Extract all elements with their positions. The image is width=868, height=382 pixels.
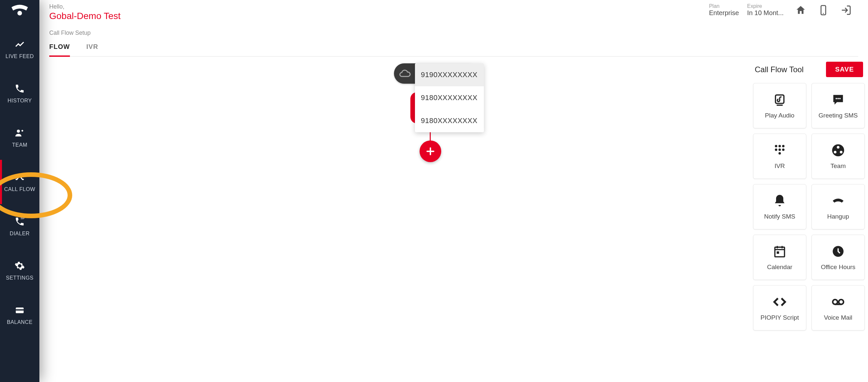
tool-piopiy-script[interactable]: PIOPIY Script — [753, 285, 806, 330]
header-right: Plan Enterprise Expire In 10 Mont... — [709, 3, 858, 17]
plan-label: Plan — [709, 3, 739, 9]
tool-label: Greeting SMS — [818, 112, 858, 119]
tool-team[interactable]: Team — [811, 134, 865, 179]
tab-ivr[interactable]: IVR — [86, 43, 98, 56]
main-content: Hello, Gobal-Demo Test Plan Enterprise E… — [39, 0, 868, 382]
svg-rect-4 — [16, 309, 24, 311]
svg-point-8 — [836, 98, 837, 99]
tool-hangup[interactable]: Hangup — [811, 184, 865, 229]
expire-value: In 10 Mont... — [747, 9, 784, 17]
toolbar-title: Call Flow Tool — [755, 65, 804, 74]
livefeed-icon — [14, 39, 25, 50]
tool-voice-mail[interactable]: Voice Mail — [811, 285, 865, 330]
team-icon — [831, 143, 845, 158]
sidebar-label-dialer: DIALER — [10, 231, 30, 236]
clock-icon — [831, 244, 845, 259]
sidebar-item-settings[interactable]: SETTINGS — [0, 248, 39, 293]
header-greeting: Hello, Gobal-Demo Test — [49, 3, 121, 21]
sidebar-label-settings: SETTINGS — [6, 275, 33, 281]
tool-greeting-sms[interactable]: Greeting SMS — [811, 83, 865, 128]
card-icon — [14, 305, 25, 315]
gear-icon — [14, 261, 25, 271]
calendar-icon — [772, 244, 787, 259]
cloud-icon — [399, 68, 411, 79]
tool-label: Notify SMS — [764, 213, 795, 220]
svg-point-13 — [782, 145, 784, 147]
svg-rect-22 — [775, 247, 784, 257]
svg-point-17 — [778, 152, 781, 154]
tab-bar: FLOW IVR — [49, 43, 858, 57]
sidebar-item-balance[interactable]: BALANCE — [0, 293, 39, 337]
svg-point-14 — [775, 148, 777, 151]
svg-point-6 — [823, 13, 824, 14]
sidebar-item-team[interactable]: TEAM — [0, 116, 39, 160]
tool-calendar[interactable]: Calendar — [753, 235, 806, 280]
tool-ivr[interactable]: IVR — [753, 134, 806, 179]
bell-icon — [772, 194, 787, 208]
tool-label: IVR — [774, 162, 785, 170]
hello-text: Hello, — [49, 3, 121, 10]
tab-flow[interactable]: FLOW — [49, 43, 70, 57]
svg-point-19 — [837, 146, 839, 148]
flow-canvas[interactable]: 9190XXXXXXXX 9180XXXXXXXX 9180XXXXXXXX C… — [39, 57, 868, 382]
sidebar-label-callflow: CALL FLOW — [4, 186, 35, 192]
plan-value: Enterprise — [709, 9, 739, 17]
subheader: Call Flow Setup FLOW IVR — [39, 21, 868, 57]
svg-point-20 — [834, 151, 836, 153]
dropdown-option-2[interactable]: 9180XXXXXXXX — [415, 109, 484, 132]
expire-col: Expire In 10 Mont... — [747, 3, 784, 17]
breadcrumb: Call Flow Setup — [49, 30, 858, 36]
sidebar-item-dialer[interactable]: SIP DIALER — [0, 204, 39, 248]
hangup-icon — [831, 194, 845, 208]
svg-point-16 — [782, 148, 784, 151]
dialpad-icon — [772, 143, 787, 158]
tool-label: Hangup — [827, 213, 849, 220]
tool-label: Voice Mail — [824, 314, 852, 321]
dialer-icon: SIP — [14, 216, 25, 227]
team-add-icon — [14, 128, 25, 138]
mobile-icon[interactable] — [818, 5, 829, 16]
sidebar-label-livefeed: LIVE FEED — [6, 54, 34, 59]
svg-point-12 — [778, 145, 781, 147]
sidebar-item-callflow[interactable]: CALL FLOW — [0, 160, 39, 204]
sidebar-item-history[interactable]: HISTORY — [0, 71, 39, 116]
save-button[interactable]: SAVE — [826, 62, 863, 77]
svg-point-15 — [778, 148, 781, 151]
add-node-button[interactable] — [420, 140, 441, 162]
plan-block: Plan Enterprise Expire In 10 Mont... — [709, 3, 784, 17]
svg-point-10 — [839, 98, 840, 99]
tool-play-audio[interactable]: Play Audio — [753, 83, 806, 128]
dropdown-option-1[interactable]: 9180XXXXXXXX — [415, 86, 484, 109]
svg-rect-23 — [777, 251, 779, 254]
sidebar-item-livefeed[interactable]: LIVE FEED — [0, 27, 39, 71]
tool-label: PIOPIY Script — [761, 314, 799, 321]
tool-label: Calendar — [767, 263, 792, 271]
home-icon[interactable] — [795, 5, 806, 16]
dropdown-option-0[interactable]: 9190XXXXXXXX — [415, 63, 484, 86]
tool-office-hours[interactable]: Office Hours — [811, 235, 865, 280]
expire-label: Expire — [747, 3, 784, 9]
code-icon — [772, 295, 787, 309]
number-dropdown: 9190XXXXXXXX 9180XXXXXXXX 9180XXXXXXXX — [415, 63, 484, 132]
sidebar-label-balance: BALANCE — [7, 319, 32, 325]
svg-point-11 — [775, 145, 777, 147]
svg-text:SIP: SIP — [21, 217, 25, 220]
logout-icon[interactable] — [840, 5, 851, 16]
svg-point-1 — [17, 130, 20, 133]
music-note-icon — [772, 93, 787, 107]
callflow-icon — [14, 172, 25, 183]
sidebar: LIVE FEED HISTORY TEAM CALL FLOW SIP DIA… — [0, 0, 39, 382]
svg-point-0 — [18, 11, 22, 15]
tool-label: Team — [831, 162, 846, 170]
app-root: LIVE FEED HISTORY TEAM CALL FLOW SIP DIA… — [0, 0, 868, 382]
voicemail-icon — [831, 295, 845, 309]
toolbar-header: Call Flow Tool SAVE — [753, 62, 865, 77]
chat-icon — [831, 93, 845, 107]
tool-notify-sms[interactable]: Notify SMS — [753, 184, 806, 229]
phone-icon — [14, 83, 25, 94]
brand-logo[interactable] — [10, 4, 30, 17]
company-name: Gobal-Demo Test — [49, 11, 121, 21]
plan-col: Plan Enterprise — [709, 3, 739, 17]
call-flow-toolbar: Call Flow Tool SAVE Play Audio Greeting … — [753, 62, 865, 330]
header: Hello, Gobal-Demo Test Plan Enterprise E… — [39, 0, 868, 21]
